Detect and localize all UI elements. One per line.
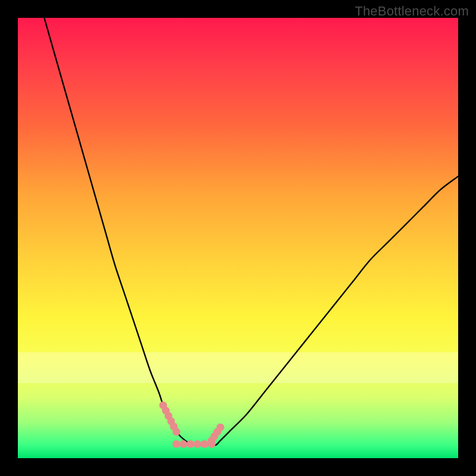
annotation-dot xyxy=(193,440,201,448)
annotation-dot xyxy=(173,428,180,436)
chart-frame: TheBottleneck.com xyxy=(0,0,476,476)
chart-svg xyxy=(18,18,458,458)
annotation-dot xyxy=(173,440,180,448)
annotation-dot xyxy=(217,424,224,431)
annotation-dot xyxy=(208,440,215,448)
plot-area xyxy=(18,18,458,458)
annotation-dot xyxy=(187,440,195,448)
annotation-dot xyxy=(201,440,208,448)
bottleneck-curve xyxy=(44,18,458,445)
watermark-text: TheBottleneck.com xyxy=(355,4,469,19)
dotted-annotations xyxy=(159,402,224,448)
annotation-dot xyxy=(180,440,187,448)
